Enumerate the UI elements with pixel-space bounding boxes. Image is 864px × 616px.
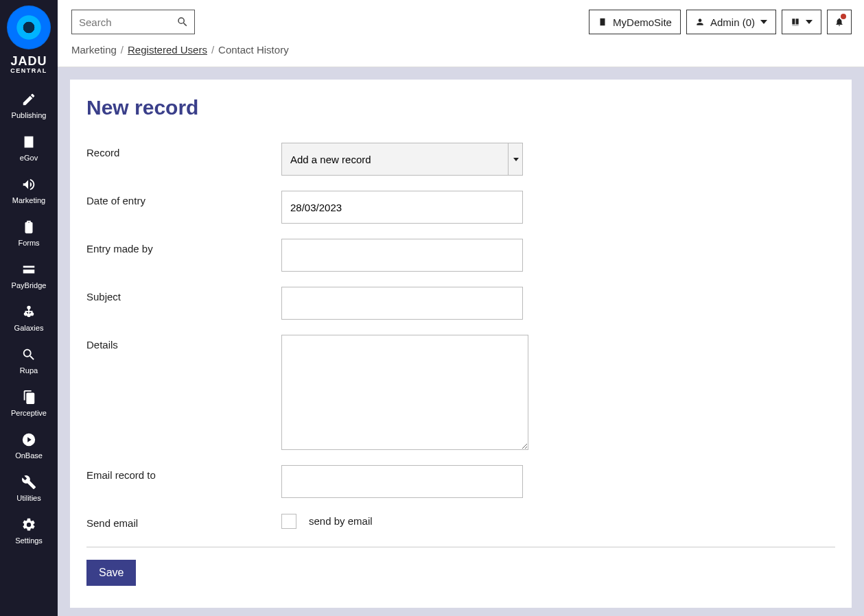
sidebar-item-forms[interactable]: Forms: [0, 213, 58, 255]
sidebar-item-label: Perceptive: [11, 409, 47, 417]
breadcrumb-item: Contact History: [218, 44, 289, 56]
breadcrumb: Marketing / Registered Users / Contact H…: [58, 34, 864, 56]
site-selector-button[interactable]: MyDemoSite: [589, 10, 681, 34]
email-to-label: Email record to: [86, 465, 281, 498]
building-icon: [21, 134, 36, 150]
notifications-button[interactable]: [827, 10, 852, 34]
breadcrumb-sep: /: [121, 44, 124, 56]
sidebar-item-label: Forms: [18, 239, 39, 247]
subject-input[interactable]: [281, 287, 523, 320]
sidebar-item-label: Galaxies: [14, 324, 44, 332]
entry-made-by-input[interactable]: [281, 239, 523, 272]
save-button[interactable]: Save: [86, 560, 136, 586]
search-box[interactable]: [71, 10, 195, 34]
send-email-checkbox-label: send by email: [309, 515, 373, 527]
entry-made-by-label: Entry made by: [86, 239, 281, 272]
record-select-wrapper: Add a new record: [281, 143, 523, 176]
brand-line1: JADU: [10, 55, 47, 68]
caret-down-icon: [806, 20, 813, 24]
sidebar-item-perceptive[interactable]: Perceptive: [0, 383, 58, 425]
send-email-checkbox[interactable]: [281, 514, 296, 529]
books-menu-button[interactable]: [782, 10, 821, 34]
sidebar-item-publishing[interactable]: Publishing: [0, 85, 58, 128]
details-textarea[interactable]: [281, 335, 528, 450]
email-to-input[interactable]: [281, 465, 523, 498]
search-input[interactable]: [72, 16, 168, 28]
sidebar-item-label: Rupa: [20, 366, 38, 375]
card-icon: [21, 262, 36, 277]
clipboard-icon: [21, 220, 36, 235]
sidebar-item-paybridge[interactable]: PayBridge: [0, 255, 58, 298]
main: New record Record Add a new record Date …: [58, 67, 864, 616]
sidebar-item-label: Marketing: [12, 196, 45, 204]
sidebar-item-rupa[interactable]: Rupa: [0, 340, 58, 383]
gear-icon: [21, 517, 36, 532]
record-label: Record: [86, 143, 281, 176]
sidebar-item-label: Utilities: [16, 494, 40, 502]
user-menu-button[interactable]: Admin (0): [686, 10, 776, 34]
topbar: MyDemoSite Admin (0) Marketing / Registe…: [58, 0, 864, 67]
brand-text: JADU CENTRAL: [10, 55, 47, 74]
sidebar: JADU CENTRAL Publishing eGov Marketing F…: [0, 0, 58, 616]
sidebar-item-label: eGov: [20, 154, 38, 162]
topbar-buttons: MyDemoSite Admin (0): [589, 10, 852, 34]
brand-line2: CENTRAL: [10, 68, 47, 74]
divider: [86, 547, 835, 547]
breadcrumb-item-link[interactable]: Registered Users: [128, 44, 207, 56]
page-title: New record: [86, 96, 835, 119]
brand-logo: [7, 5, 51, 49]
sidebar-item-label: PayBridge: [12, 281, 47, 289]
user-label: Admin (0): [710, 16, 755, 28]
sitemap-icon: [21, 305, 36, 320]
sidebar-item-onbase[interactable]: OnBase: [0, 425, 58, 468]
form-card: New record Record Add a new record Date …: [70, 80, 852, 608]
sidebar-item-label: Settings: [15, 536, 43, 545]
building-small-icon: [598, 17, 607, 27]
date-label: Date of entry: [86, 191, 281, 224]
sidebar-item-settings[interactable]: Settings: [0, 510, 58, 553]
sidebar-item-egov[interactable]: eGov: [0, 128, 58, 170]
copy-icon: [21, 390, 36, 405]
sidebar-item-utilities[interactable]: Utilities: [0, 468, 58, 510]
sidebar-item-galaxies[interactable]: Galaxies: [0, 298, 58, 340]
sidebar-item-label: OnBase: [15, 451, 43, 460]
details-label: Details: [86, 335, 281, 450]
breadcrumb-item: Marketing: [71, 44, 117, 56]
pencil-icon: [21, 92, 36, 107]
record-select[interactable]: Add a new record: [281, 143, 523, 176]
send-email-label: Send email: [86, 513, 281, 529]
person-icon: [695, 17, 705, 27]
notification-dot: [841, 14, 846, 19]
send-email-group: send by email: [281, 513, 373, 529]
subject-label: Subject: [86, 287, 281, 320]
bullhorn-icon: [21, 177, 36, 192]
search-icon: [21, 347, 36, 362]
wrench-icon: [21, 475, 36, 490]
nav-list: Publishing eGov Marketing Forms PayBridg…: [0, 85, 58, 553]
breadcrumb-sep: /: [211, 44, 214, 56]
site-name: MyDemoSite: [613, 16, 672, 28]
play-circle-icon: [21, 432, 36, 447]
caret-down-icon: [760, 20, 767, 24]
sidebar-item-label: Publishing: [12, 111, 47, 119]
sidebar-item-marketing[interactable]: Marketing: [0, 170, 58, 213]
search-icon: [176, 16, 189, 28]
book-icon: [791, 17, 800, 27]
date-input[interactable]: [281, 191, 523, 224]
